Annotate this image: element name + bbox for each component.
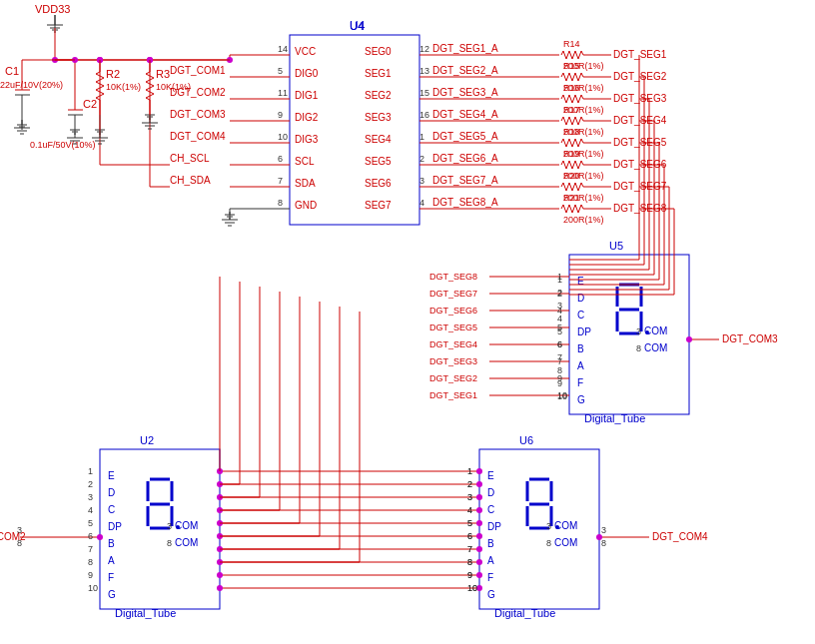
schematic-canvas [0,0,815,644]
